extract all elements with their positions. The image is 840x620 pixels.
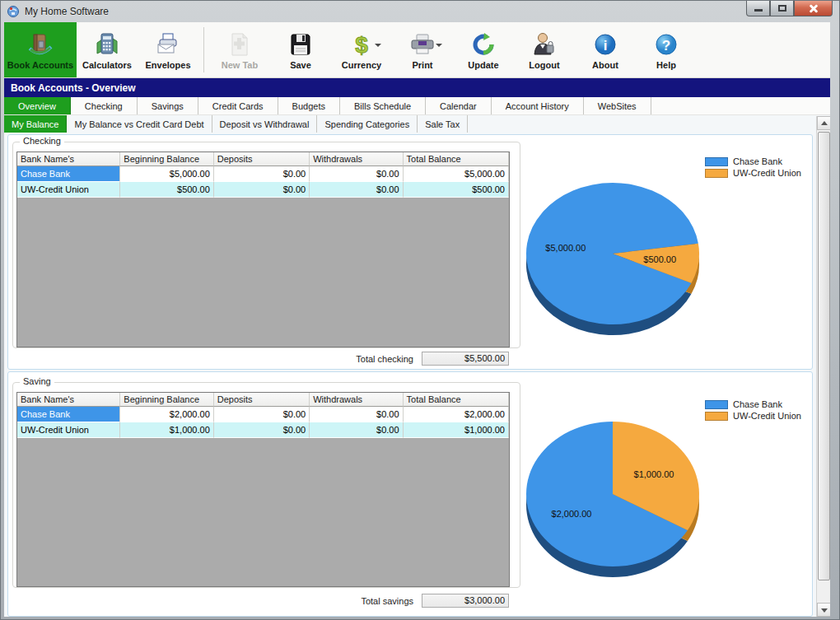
close-button[interactable] bbox=[794, 1, 833, 16]
new-tab-icon bbox=[226, 30, 254, 58]
table-cell[interactable]: $5,000.00 bbox=[404, 166, 509, 182]
legend-swatch-icon bbox=[705, 157, 728, 166]
help-icon: ? bbox=[652, 30, 680, 58]
maximize-button[interactable] bbox=[770, 1, 794, 16]
table-cell[interactable]: $0.00 bbox=[214, 182, 310, 198]
table-cell[interactable]: $0.00 bbox=[310, 166, 403, 182]
table-cell[interactable]: $0.00 bbox=[310, 422, 403, 438]
tab-credit-cards[interactable]: Credit Cards bbox=[198, 97, 278, 114]
table-cell[interactable]: $0.00 bbox=[214, 166, 310, 182]
svg-text:i: i bbox=[604, 38, 608, 54]
column-header[interactable]: Bank Name's bbox=[17, 152, 120, 166]
scroll-up-icon[interactable] bbox=[817, 116, 830, 130]
toolbar-label: New Tab bbox=[222, 60, 258, 70]
column-header[interactable]: Deposits bbox=[214, 152, 310, 166]
column-header[interactable]: Bank Name's bbox=[17, 393, 120, 407]
toolbar-label: Calculators bbox=[82, 60, 132, 70]
new-tab-button: New Tab bbox=[209, 22, 270, 77]
table-row[interactable]: UW-Credit Union$500.00$0.00$0.00$500.00 bbox=[17, 182, 509, 198]
table-cell[interactable]: $500.00 bbox=[120, 182, 213, 198]
calculator-icon bbox=[93, 30, 121, 58]
subtab-spending-categories[interactable]: Spending Categories bbox=[317, 115, 418, 133]
table-cell[interactable]: $1,000.00 bbox=[120, 422, 213, 438]
table-cell[interactable]: $0.00 bbox=[310, 407, 403, 422]
page-title: Book Accounts - Overview bbox=[4, 78, 830, 97]
total-checking-value[interactable]: $5,500.00 bbox=[422, 352, 509, 366]
tab-websites[interactable]: WebSites bbox=[584, 97, 651, 114]
scroll-down-icon[interactable] bbox=[817, 603, 830, 617]
table-cell[interactable]: $2,000.00 bbox=[404, 407, 509, 422]
legend-item: UW-Credit Union bbox=[705, 411, 801, 421]
table-cell[interactable]: $2,000.00 bbox=[120, 407, 213, 422]
subtab-deposit-vs-withdrawal[interactable]: Deposit vs Withdrawal bbox=[212, 115, 318, 133]
table-row[interactable]: Chase Bank$2,000.00$0.00$0.00$2,000.00 bbox=[17, 407, 509, 422]
saving-groupbox: Saving Bank Name'sBeginning BalanceDepos… bbox=[12, 382, 520, 588]
table-cell[interactable]: UW-Credit Union bbox=[17, 182, 120, 198]
column-header[interactable]: Withdrawals bbox=[310, 393, 403, 407]
saving-group-label: Saving bbox=[20, 376, 54, 386]
help-button[interactable]: ? Help bbox=[636, 22, 697, 77]
checking-legend: Chase BankUW-Credit Union bbox=[705, 156, 801, 178]
toolbar-label: Currency bbox=[342, 60, 381, 70]
column-header[interactable]: Beginning Balance bbox=[120, 393, 213, 407]
table-cell[interactable]: $500.00 bbox=[404, 182, 509, 198]
table-cell[interactable]: Chase Bank bbox=[17, 407, 120, 422]
column-header[interactable]: Beginning Balance bbox=[120, 152, 213, 166]
tab-checking[interactable]: Checking bbox=[71, 97, 138, 114]
title-bar[interactable]: My Home Software bbox=[1, 1, 839, 22]
update-button[interactable]: Update bbox=[453, 22, 514, 77]
column-header[interactable]: Total Balance bbox=[404, 152, 509, 166]
table-row[interactable]: Chase Bank$5,000.00$0.00$0.00$5,000.00 bbox=[17, 166, 509, 182]
subtab-sale-tax[interactable]: Sale Tax bbox=[418, 115, 468, 133]
tab-account-history[interactable]: Account History bbox=[492, 97, 584, 114]
total-checking-label: Total checking bbox=[356, 354, 413, 364]
table-cell[interactable]: $1,000.00 bbox=[404, 422, 509, 438]
table-cell[interactable]: UW-Credit Union bbox=[17, 422, 120, 438]
table-empty-area bbox=[17, 438, 509, 586]
legend-swatch-icon bbox=[705, 400, 728, 409]
main-toolbar: Book Accounts C bbox=[4, 22, 830, 78]
print-icon bbox=[408, 30, 436, 58]
tab-savings[interactable]: Savings bbox=[138, 97, 198, 114]
minimize-button[interactable] bbox=[746, 1, 770, 16]
legend-item: UW-Credit Union bbox=[705, 168, 801, 178]
currency-dollar-icon: $ bbox=[348, 30, 376, 58]
print-dropdown-icon[interactable] bbox=[436, 44, 442, 47]
table-cell[interactable]: $5,000.00 bbox=[120, 166, 213, 182]
calculators-button[interactable]: Calculators bbox=[77, 22, 138, 77]
tab-bills-schedule[interactable]: Bills Schedule bbox=[340, 97, 426, 114]
envelopes-button[interactable]: Envelopes bbox=[138, 22, 198, 77]
info-icon: i bbox=[591, 30, 619, 58]
tab-calendar[interactable]: Calendar bbox=[426, 97, 492, 114]
column-header[interactable]: Deposits bbox=[214, 393, 310, 407]
toolbar-separator bbox=[203, 27, 204, 72]
vertical-scrollbar[interactable] bbox=[816, 116, 830, 617]
table-cell[interactable]: Chase Bank bbox=[17, 166, 120, 182]
column-header[interactable]: Withdrawals bbox=[310, 152, 403, 166]
logout-button[interactable]: Logout bbox=[514, 22, 575, 77]
table-cell[interactable]: $0.00 bbox=[214, 422, 310, 438]
scrollbar-thumb[interactable] bbox=[818, 132, 830, 580]
book-accounts-button[interactable]: Book Accounts bbox=[4, 22, 77, 77]
legend-label: Chase Bank bbox=[733, 399, 782, 409]
table-cell[interactable]: $0.00 bbox=[214, 407, 310, 422]
print-button[interactable]: Print bbox=[392, 22, 453, 77]
about-button[interactable]: i About bbox=[575, 22, 636, 77]
legend-label: UW-Credit Union bbox=[733, 168, 801, 178]
toolbar-label: Envelopes bbox=[145, 60, 190, 70]
table-cell[interactable]: $0.00 bbox=[310, 182, 403, 198]
checking-table: Bank Name'sBeginning BalanceDepositsWith… bbox=[16, 152, 510, 347]
tab-overview[interactable]: Overview bbox=[4, 97, 71, 114]
subtab-my-balance-vs-credit-card-debt[interactable]: My Balance vs Credit Card Debt bbox=[67, 115, 212, 133]
subtab-my-balance[interactable]: My Balance bbox=[4, 115, 67, 133]
tab-budgets[interactable]: Budgets bbox=[278, 97, 340, 114]
save-button[interactable]: Save bbox=[270, 22, 331, 77]
currency-dropdown-icon[interactable] bbox=[375, 44, 381, 47]
table-row[interactable]: UW-Credit Union$1,000.00$0.00$0.00$1,000… bbox=[17, 422, 509, 438]
column-header[interactable]: Total Balance bbox=[404, 393, 509, 407]
saving-table: Bank Name'sBeginning BalanceDepositsWith… bbox=[16, 392, 510, 587]
save-icon bbox=[287, 30, 315, 58]
total-savings-value[interactable]: $3,000.00 bbox=[422, 594, 509, 608]
currency-button[interactable]: $ Currency bbox=[331, 22, 392, 77]
app-icon bbox=[7, 5, 20, 18]
